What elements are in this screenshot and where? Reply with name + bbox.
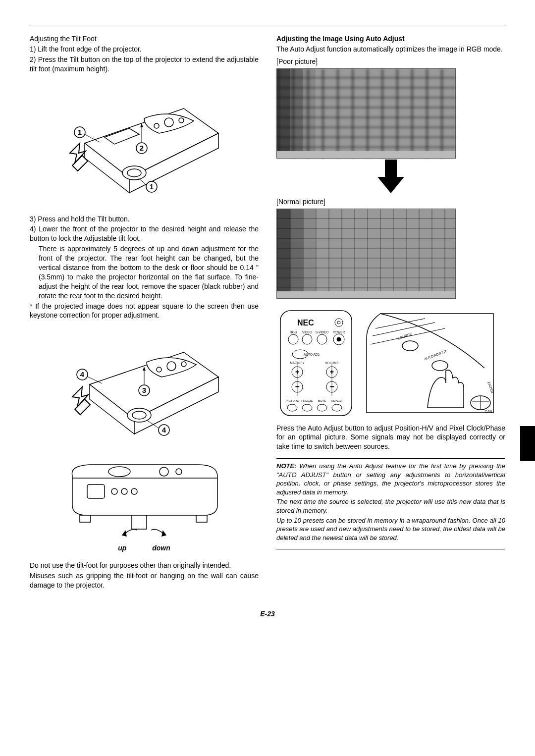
note-1-text: When using the Auto Adjust feature for t… (276, 462, 505, 496)
warning-1: Do not use the tilt-foot for purposes ot… (30, 561, 259, 570)
projector-illustration-side (60, 456, 228, 540)
svg-text:CAN: CAN (485, 410, 492, 413)
svg-text:VOLUME: VOLUME (325, 361, 339, 365)
step-1: 1) Lift the front edge of the projector. (30, 45, 259, 54)
svg-text:RGB: RGB (290, 330, 297, 334)
press-auto-adjust-text: Press the Auto Adjust button to adjust P… (276, 424, 505, 452)
auto-adjust-intro: The Auto Adjust function automatically o… (276, 45, 505, 54)
label-up: up (118, 544, 126, 552)
svg-text:MUTE: MUTE (318, 399, 326, 402)
svg-rect-39 (132, 515, 147, 529)
normal-picture-image (276, 209, 456, 299)
svg-point-18 (181, 362, 186, 367)
poor-picture-label: [Poor picture] (276, 57, 505, 66)
svg-point-52 (317, 334, 327, 344)
svg-point-1 (127, 169, 141, 177)
svg-point-17 (167, 362, 176, 371)
svg-point-54 (337, 337, 341, 341)
svg-text:AUTO ADJ.: AUTO ADJ. (304, 353, 321, 356)
projector-illustration-1: 1 2 1 (55, 79, 233, 208)
svg-point-74 (302, 404, 312, 411)
svg-text:2: 2 (140, 144, 144, 152)
svg-text:3: 3 (142, 386, 146, 394)
svg-point-3 (179, 118, 184, 123)
svg-text:ASPECT: ASPECT (331, 399, 343, 402)
svg-text:PICTURE: PICTURE (286, 399, 299, 402)
poor-picture-image (276, 68, 456, 159)
svg-marker-42 (377, 160, 404, 193)
label-down: down (152, 544, 170, 552)
svg-point-73 (287, 404, 297, 411)
warning-2: Misuses such as gripping the tilt-foot o… (30, 571, 259, 590)
step-3: 3) Press and hold the Tilt button. (30, 215, 259, 224)
normal-picture-label: [Normal picture] (276, 197, 505, 207)
svg-marker-40 (122, 531, 126, 536)
note-rule-bottom (276, 549, 505, 549)
svg-text:FREEZE: FREEZE (301, 399, 313, 402)
top-rule (30, 25, 505, 25)
svg-text:VIDEO: VIDEO (302, 330, 312, 334)
svg-point-31 (160, 467, 168, 476)
svg-text:POWER: POWER (333, 330, 345, 334)
up-down-labels: up down (30, 544, 259, 552)
svg-point-77 (402, 341, 418, 351)
svg-point-16 (132, 411, 146, 419)
down-arrow-icon (374, 160, 408, 194)
svg-marker-41 (162, 531, 166, 536)
step-star: * If the projected image does not appear… (30, 302, 259, 321)
svg-rect-33 (87, 485, 105, 498)
svg-text:1: 1 (78, 128, 82, 136)
svg-rect-37 (80, 515, 91, 522)
svg-text:4: 4 (80, 370, 85, 378)
svg-point-36 (131, 488, 137, 494)
note-paragraph-2: The next time the source is selected, th… (276, 497, 505, 515)
svg-text:MAGNIFY: MAGNIFY (290, 361, 305, 365)
remote-illustration: NEC RGB VIDEO S-VIDEO POWER AUTO ADJ. (276, 309, 356, 418)
svg-point-51 (302, 334, 312, 344)
note-paragraph-3: Up to 10 presets can be stored in memory… (276, 516, 505, 542)
svg-point-35 (121, 488, 127, 494)
svg-point-2 (164, 118, 173, 127)
svg-rect-38 (196, 515, 207, 522)
tilt-foot-heading: Adjusting the Tilt Foot (30, 34, 259, 44)
step-4a: 4) Lower the front of the projector to t… (30, 224, 259, 243)
projector-illustration-2: 4 3 4 (55, 325, 233, 449)
svg-point-75 (317, 404, 327, 411)
side-tab (520, 426, 535, 461)
left-column: Adjusting the Tilt Foot 1) Lift the fron… (30, 34, 259, 591)
svg-point-76 (332, 404, 342, 411)
page-number: E-23 (30, 610, 505, 618)
svg-point-30 (108, 467, 130, 477)
step-2: 2) Press the Tilt button on the top of t… (30, 55, 259, 74)
svg-point-34 (111, 488, 117, 494)
step-4b: There is approximately 5 degrees of up a… (30, 244, 259, 300)
svg-point-19 (157, 367, 161, 372)
svg-point-32 (176, 469, 182, 475)
svg-point-4 (154, 123, 159, 128)
svg-point-78 (432, 361, 448, 371)
two-column-layout: Adjusting the Tilt Foot 1) Lift the fron… (30, 34, 505, 591)
remote-brand: NEC (297, 319, 314, 327)
note-rule-top (276, 458, 505, 459)
svg-point-50 (288, 334, 298, 344)
remote-and-panel: NEC RGB VIDEO S-VIDEO POWER AUTO ADJ. (276, 309, 505, 418)
auto-adjust-heading: Adjusting the Image Using Auto Adjust (276, 34, 505, 44)
top-panel-illustration: SOURCE AUTO ADJUST ENTER CAN (366, 309, 494, 418)
note-lead: NOTE: (276, 462, 296, 470)
svg-text:S-VIDEO: S-VIDEO (316, 330, 329, 334)
right-column: Adjusting the Image Using Auto Adjust Th… (276, 34, 505, 591)
svg-text:4: 4 (162, 426, 166, 434)
note-paragraph-1: NOTE: When using the Auto Adjust feature… (276, 462, 505, 496)
svg-text:1: 1 (150, 182, 154, 191)
